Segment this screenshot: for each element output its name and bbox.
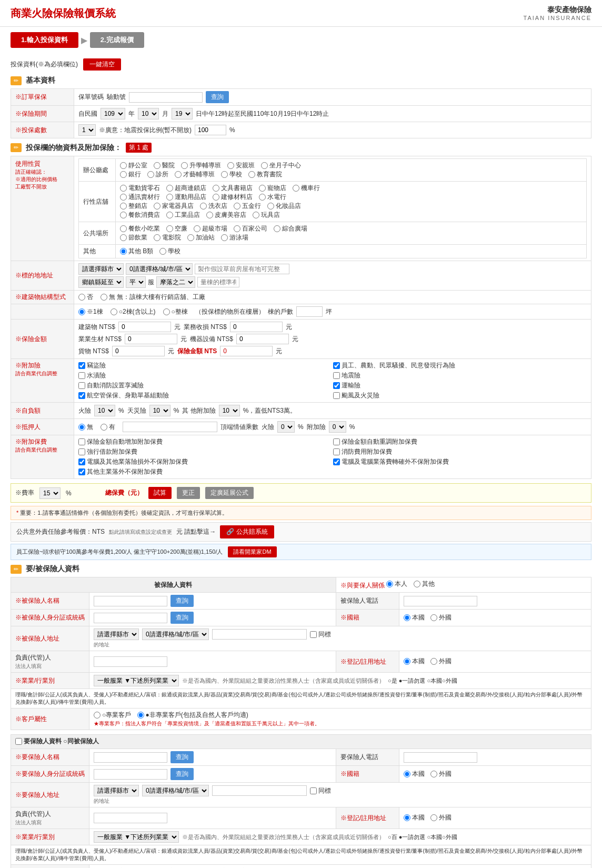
r-pet[interactable]: 寵物店 [259,184,286,193]
r-food[interactable]: 餐飲消費店 [120,211,160,220]
p-gas[interactable]: 加油站 [187,233,215,242]
radio-hospital[interactable]: 醫院 [154,161,175,170]
floor-count-input[interactable] [296,306,323,317]
r-cosmetic[interactable]: 化妝品店 [267,202,301,211]
insured-find-btn[interactable]: 查詢 [170,595,194,607]
app-id-find-btn[interactable]: 查詢 [170,768,194,780]
p-dept2[interactable]: 百家公司 [234,224,267,233]
p-restaurant[interactable]: 餐飲小吃業 [120,224,160,233]
ins-district-select[interactable]: 0請選擇格/城/市/區 [142,628,209,640]
month-select[interactable]: 10 [138,108,159,119]
fee-auto-adjust[interactable]: 保險金額自動重調附加保費 [333,437,583,446]
app-address-input[interactable] [212,785,307,796]
insured-phone-input[interactable] [404,596,477,606]
ins-agent-input[interactable] [94,656,167,667]
ins-same-check[interactable]: 同標 [310,630,331,639]
app-industry-select[interactable]: 一般服業 ▼下述所列業業 [94,831,179,843]
insured-id-find-btn[interactable]: 查詢 [170,612,194,624]
radio-study[interactable]: 升學輔導班 [181,161,221,170]
radio-edu[interactable]: 教育書院 [248,170,282,179]
fire-deductible[interactable]: 1020 [94,405,115,416]
p-swim[interactable]: 游泳場 [221,233,248,242]
fee-mortgage[interactable]: 強行借款附加保費 [78,447,328,456]
floor-whole[interactable]: ○整棟 [163,307,188,316]
trial-button[interactable]: 試算 [148,487,172,499]
insured-local[interactable]: 本國 [404,613,425,622]
relation-other[interactable]: 其他 [414,580,435,588]
vip-pro[interactable]: ○專業客戶 [94,711,131,720]
r-toy[interactable]: 玩具店 [253,211,280,220]
mortgagor-no[interactable]: 無 [78,423,93,432]
addon-transport[interactable]: 運輸險 [333,381,583,390]
addon-theft[interactable]: 竊盜險 [78,361,328,370]
lane-select[interactable]: 摩落之二 [156,276,195,288]
app-name-input[interactable] [94,752,167,763]
fee-other[interactable]: 其他主業落外不保附加保費 [78,467,328,476]
mortgagor-input[interactable] [123,422,217,432]
r-appliance[interactable]: 家電器具店 [154,202,194,211]
worker-dm-btn[interactable]: 請看開業家DM [228,546,276,557]
insured-reg-foreign[interactable]: 外國 [430,657,452,666]
typhoon-deductible[interactable]: 10 [149,405,170,416]
other-deductible[interactable]: 10 [219,405,240,416]
loss-amount[interactable] [230,322,283,332]
p-complex[interactable]: 綜合廣場 [274,224,307,233]
floor-1[interactable]: ※1棟 [78,307,103,316]
fee-auto-increase[interactable]: 保險金額自動增加附加保費 [78,437,328,446]
other-b[interactable]: 其他 B類 [120,247,153,256]
p-supermarket[interactable]: 超級市場 [194,224,227,233]
section-select[interactable]: 平 [126,276,146,288]
p-cinema[interactable]: 電影院 [154,233,181,242]
clear-button[interactable]: 一鍵清空 [83,58,121,71]
fee-fire-expense[interactable]: 消防費用附加保費 [333,447,583,456]
addon-airbag[interactable]: 航空管保保、身勤單基組動險 [78,391,328,400]
r-laundry[interactable]: 洗衣店 [200,202,227,211]
app-find-btn[interactable]: 查詢 [170,751,194,763]
fee-computer1[interactable]: 電腦及其他業落險損外不保附加保費 [78,457,328,466]
radio-bank[interactable]: 銀行 [120,170,141,179]
r-hardware[interactable]: 五金行 [234,202,261,211]
insured-id-input[interactable] [94,613,167,623]
public-system-btn[interactable]: 🔗 公共賠系統 [220,525,274,538]
addon-typhoon[interactable]: 颱風及火災險 [333,391,583,400]
mortgagor-yes[interactable]: 有 [101,423,115,432]
road-select[interactable]: 鄉鎮縣延至 [78,276,124,288]
app-city-select[interactable]: 請選擇縣市 [94,785,139,796]
radio-sitting[interactable]: 坐月子中心 [261,161,301,170]
r-stationery[interactable]: 文具書籍店 [213,184,253,193]
app-agent-input[interactable] [94,813,167,823]
step1[interactable]: 1.輸入投保資料 [11,32,78,48]
machine-amount[interactable] [236,334,289,344]
fee-computer2[interactable]: 電腦及電腦業落費轉確外不保附加保費 [333,457,583,466]
app-same-check[interactable]: 同標 [310,786,331,795]
ins-address-input[interactable] [212,629,307,640]
app-id-input[interactable] [94,769,167,780]
tilt-input[interactable] [195,125,226,135]
p-drink[interactable]: 節飲業 [120,233,147,242]
vip-general[interactable]: ●非專業客戶(包括及自然人客戶均適) [137,711,248,720]
correct-button[interactable]: 更正 [177,487,200,499]
addon-worker[interactable]: 員工、農動、民眾騷擾、民意發現行為險 [333,361,583,370]
construct-no[interactable]: 否 [78,293,93,302]
relation-self[interactable]: 本人 [386,580,407,588]
addon-sprinkler[interactable]: 自動消防設置享滅險 [78,381,328,390]
app-local[interactable]: 本國 [404,770,425,779]
r-electric[interactable]: 電動貨零石 [120,184,160,193]
radio-art[interactable]: 才藝輔導班 [175,170,215,179]
count-select[interactable]: 123 [78,124,96,136]
r-industry[interactable]: 工業品店 [166,211,200,220]
policy-channel-input[interactable] [129,92,203,103]
fire-factor-select[interactable]: 0 [277,421,295,433]
radio-clinic[interactable]: 診所 [147,170,168,179]
r-sport[interactable]: 運動用品店 [166,193,206,202]
building-amount[interactable] [118,322,171,332]
address-input[interactable] [195,264,289,274]
find-button[interactable]: 查詢 [206,91,229,103]
r-electric2[interactable]: 水電行 [259,193,286,202]
city-select[interactable]: 請選擇縣市 [78,263,124,275]
addon-earth[interactable]: 地震險 [333,371,583,380]
day-select[interactable]: 19 [172,108,193,119]
app-foreign[interactable]: 外國 [430,770,452,779]
total-insure-amount[interactable] [220,346,273,356]
construct-yes[interactable]: 無 無：該棟大樓有行銷店舖、工廠 [101,293,205,302]
